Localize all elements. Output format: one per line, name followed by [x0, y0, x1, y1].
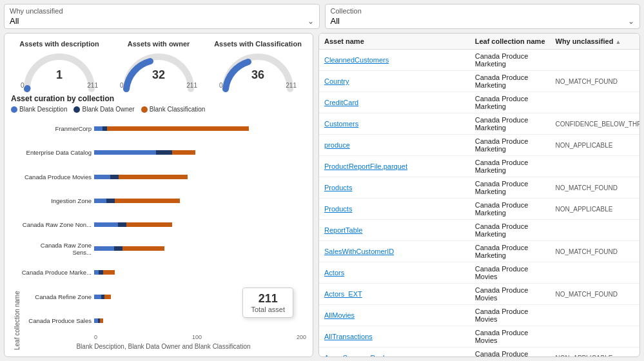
tooltip-label: Total asset: [251, 306, 285, 313]
cell-leaf-collection: Canada Produce Marketing: [470, 156, 551, 177]
table-row: Actors_EXTCanada Produce MoviesNO_MATCH_…: [319, 284, 639, 305]
cell-leaf-collection: Canada Produce Movies: [470, 326, 551, 347]
bar-label: FranmerCorp: [21, 125, 92, 132]
asset-name-link[interactable]: AllMovies: [324, 311, 355, 319]
table-row: CountryCanada Produce MarketingNO_MATCH_…: [319, 71, 639, 92]
bars-container: [94, 146, 306, 160]
chart-x-label: Blank Desciption, Blank Data Owner and B…: [21, 343, 306, 350]
bar-row: Canada Produce Marke...: [21, 266, 306, 280]
asset-name-link[interactable]: produce: [324, 141, 350, 149]
cell-asset-name[interactable]: AzureSynapsePool: [319, 347, 470, 357]
table-row: CleannedCustomersCanada Produce Marketin…: [319, 50, 639, 71]
asset-name-link[interactable]: Actors_EXT: [324, 290, 362, 298]
cell-leaf-collection: Canada Produce Movies: [470, 305, 551, 326]
why-unclassified-chevron-icon: ⌄: [307, 17, 314, 26]
bars-container: [94, 170, 306, 184]
x-axis-100: 100: [192, 334, 202, 340]
table-container[interactable]: Asset name Leaf collection name Why uncl…: [319, 34, 639, 356]
cell-asset-name[interactable]: ProductReportFile.parquet: [319, 156, 470, 177]
table-row: ProductsCanada Produce MarketingNO_MATCH…: [319, 177, 639, 199]
col-asset-name: Asset name: [319, 34, 470, 50]
chart-area: Leaf collection name FranmerCorpEnterpri…: [11, 117, 306, 350]
bar-orange: [103, 270, 115, 275]
x-axis: 0 100 200: [21, 334, 306, 340]
asset-name-link[interactable]: AllTransactions: [324, 333, 373, 340]
bar-orange: [172, 150, 195, 155]
legend-blank-classification: Blank Classification: [141, 106, 206, 113]
collection-filter[interactable]: Collection All ⌄: [325, 4, 641, 29]
cell-asset-name[interactable]: produce: [319, 135, 470, 156]
asset-name-link[interactable]: AzureSynapsePool: [324, 354, 385, 356]
metric-description-value: 1: [56, 68, 63, 82]
metric-description-max: 211: [87, 82, 98, 89]
asset-name-link[interactable]: CleannedCustomers: [324, 56, 389, 64]
cell-why-unclassified: [551, 326, 640, 347]
cell-asset-name[interactable]: Actors: [319, 262, 470, 284]
bar-orange: [100, 318, 103, 323]
cell-leaf-collection: Canada Produce Marketing: [470, 241, 551, 262]
asset-name-link[interactable]: Products: [324, 205, 352, 213]
asset-name-link[interactable]: SalesWithCustomerID: [324, 248, 394, 255]
cell-asset-name[interactable]: SalesWithCustomerID: [319, 241, 470, 262]
bars-container: [94, 266, 306, 280]
bar-label: Canada Produce Marke...: [21, 269, 92, 276]
bar-label: Ingestion Zone: [21, 197, 92, 204]
cell-why-unclassified: CONFIDENCE_BELOW_THRESHOLD: [551, 113, 640, 135]
bar-orange: [122, 246, 164, 251]
cell-why-unclassified: NO_MATCH_FOUND: [551, 241, 640, 262]
cell-why-unclassified: NO_MATCH_FOUND: [551, 284, 640, 305]
asset-name-link[interactable]: Country: [324, 77, 349, 85]
bar-label: Canada Refine Zone: [21, 293, 92, 300]
why-unclassified-value: All: [10, 16, 19, 26]
bars-container: [94, 122, 306, 136]
cell-asset-name[interactable]: AllMovies: [319, 305, 470, 326]
cell-why-unclassified: NO_MATCH_FOUND: [551, 71, 640, 92]
col-why-unclassified[interactable]: Why unclassified ▲: [551, 34, 640, 50]
assets-table: Asset name Leaf collection name Why uncl…: [319, 34, 639, 356]
cell-asset-name[interactable]: CleannedCustomers: [319, 50, 470, 71]
metric-assets-owner: Assets with owner 32 0 211: [110, 40, 207, 89]
cell-why-unclassified: [551, 156, 640, 177]
bar-orange: [107, 126, 249, 131]
legend-blank-owner: Blank Data Owner: [73, 106, 134, 113]
cell-why-unclassified: NO_MATCH_FOUND: [551, 177, 640, 199]
bars-container: [94, 217, 306, 231]
asset-name-link[interactable]: Customers: [324, 120, 358, 128]
collection-label: Collection: [331, 7, 635, 15]
bar-group: [94, 242, 306, 256]
metric-assets-classification: Assets with Classification 36 0 211: [210, 40, 306, 89]
asset-name-link[interactable]: Products: [324, 184, 352, 191]
bar-label: Canada Produce Sales: [21, 317, 92, 324]
bar-orange: [119, 175, 188, 179]
legend-blank-owner-label: Blank Data Owner: [82, 106, 134, 113]
bar-label: Enterprise Data Catalog: [21, 149, 92, 156]
filters-row: Why unclassified All ⌄ Collection All ⌄: [4, 4, 640, 29]
table-row: AllTransactionsCanada Produce Movies: [319, 326, 639, 347]
chart-inner: FranmerCorpEnterprise Data CatalogCanada…: [21, 117, 306, 350]
metric-owner-min: 0: [120, 82, 124, 89]
cell-asset-name[interactable]: Products: [319, 199, 470, 220]
asset-name-link[interactable]: ReportTable: [324, 226, 362, 234]
metric-assets-description: Assets with description 1 0 211: [11, 40, 108, 89]
cell-asset-name[interactable]: ReportTable: [319, 220, 470, 241]
bar-group: [94, 217, 306, 231]
cell-asset-name[interactable]: AllTransactions: [319, 326, 470, 347]
bar-orange: [126, 222, 172, 227]
why-unclassified-filter[interactable]: Why unclassified All ⌄: [4, 4, 320, 29]
asset-name-link[interactable]: CreditCard: [324, 99, 358, 106]
bar-row: Enterprise Data Catalog: [21, 146, 306, 160]
cell-why-unclassified: [551, 220, 640, 241]
why-unclassified-label: Why unclassified: [10, 7, 314, 15]
cell-asset-name[interactable]: CreditCard: [319, 92, 470, 113]
asset-name-link[interactable]: ProductReportFile.parquet: [324, 162, 407, 170]
cell-asset-name[interactable]: Actors_EXT: [319, 284, 470, 305]
metric-description-title: Assets with description: [19, 40, 99, 48]
chart-title: Asset curation by collection: [11, 94, 306, 103]
tooltip-box: 211 Total asset: [242, 288, 293, 318]
cell-why-unclassified: NON_APPLICABLE: [551, 199, 640, 220]
cell-asset-name[interactable]: Country: [319, 71, 470, 92]
cell-why-unclassified: [551, 305, 640, 326]
cell-asset-name[interactable]: Customers: [319, 113, 470, 135]
asset-name-link[interactable]: Actors: [324, 269, 344, 277]
cell-asset-name[interactable]: Products: [319, 177, 470, 199]
